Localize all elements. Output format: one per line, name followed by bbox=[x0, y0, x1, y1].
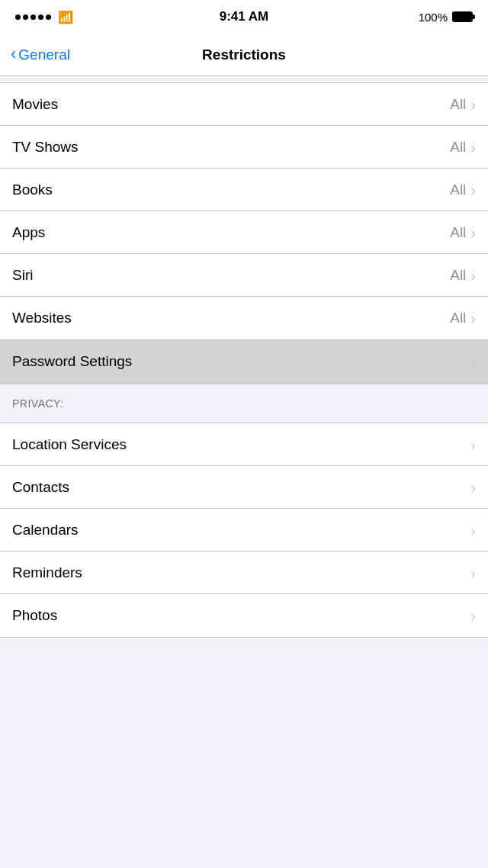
item-right-tvshows: All › bbox=[450, 139, 476, 156]
chevron-right-apps: › bbox=[470, 225, 476, 240]
item-label-movies: Movies bbox=[12, 96, 58, 113]
signal-dot-4 bbox=[38, 14, 43, 20]
chevron-right-photos: › bbox=[470, 608, 476, 623]
item-right-password-settings: › bbox=[470, 354, 476, 369]
back-chevron-icon: ‹ bbox=[11, 46, 16, 63]
item-label-calendars: Calendars bbox=[12, 522, 79, 538]
status-bar: 📶 9:41 AM 100% bbox=[0, 0, 488, 34]
item-label-books: Books bbox=[12, 182, 53, 198]
list-item-siri[interactable]: Siri All › bbox=[0, 254, 488, 297]
chevron-right-books: › bbox=[470, 182, 476, 198]
item-right-photos: › bbox=[470, 608, 476, 623]
chevron-right-calendars: › bbox=[470, 522, 476, 538]
battery-icon bbox=[452, 11, 473, 22]
privacy-section-header: PRIVACY: bbox=[0, 384, 488, 423]
signal-dot-1 bbox=[15, 14, 21, 20]
item-label-location-services: Location Services bbox=[12, 436, 127, 453]
status-right: 100% bbox=[419, 11, 473, 24]
item-right-websites: All › bbox=[450, 310, 476, 326]
item-right-siri: All › bbox=[450, 267, 476, 284]
item-label-password-settings: Password Settings bbox=[12, 353, 132, 370]
item-value-apps: All bbox=[450, 224, 466, 241]
chevron-right-password-settings: › bbox=[470, 354, 476, 369]
list-item-books[interactable]: Books All › bbox=[0, 169, 488, 211]
list-item-contacts[interactable]: Contacts › bbox=[0, 466, 488, 509]
chevron-right-contacts: › bbox=[470, 480, 476, 495]
item-label-photos: Photos bbox=[12, 607, 57, 624]
signal-dot-2 bbox=[23, 14, 28, 20]
item-right-calendars: › bbox=[470, 522, 476, 538]
nav-bar: ‹ General Restrictions bbox=[0, 34, 488, 76]
list-item-photos[interactable]: Photos › bbox=[0, 594, 488, 637]
item-value-tvshows: All bbox=[450, 139, 466, 156]
chevron-right-reminders: › bbox=[470, 565, 476, 580]
chevron-right-siri: › bbox=[470, 268, 476, 283]
list-item-location-services[interactable]: Location Services › bbox=[0, 423, 488, 466]
signal-dot-3 bbox=[30, 14, 36, 20]
item-value-movies: All bbox=[450, 96, 466, 113]
list-item-reminders[interactable]: Reminders › bbox=[0, 551, 488, 594]
battery-percent: 100% bbox=[419, 11, 448, 24]
list-item-calendars[interactable]: Calendars › bbox=[0, 509, 488, 551]
nav-back-label[interactable]: General bbox=[18, 47, 70, 63]
signal-dot-5 bbox=[46, 14, 51, 20]
ratings-section: Movies All › TV Shows All › Books All › … bbox=[0, 82, 488, 340]
list-item-tvshows[interactable]: TV Shows All › bbox=[0, 126, 488, 169]
item-right-location-services: › bbox=[470, 437, 476, 452]
item-label-reminders: Reminders bbox=[12, 564, 82, 581]
battery-fill bbox=[454, 13, 471, 21]
item-right-books: All › bbox=[450, 182, 476, 198]
item-right-reminders: › bbox=[470, 565, 476, 580]
chevron-right-location-services: › bbox=[470, 437, 476, 452]
page-title: Restrictions bbox=[202, 47, 286, 63]
item-value-books: All bbox=[450, 182, 466, 198]
item-value-siri: All bbox=[450, 267, 466, 284]
privacy-section: Location Services › Contacts › Calendars… bbox=[0, 423, 488, 638]
item-right-contacts: › bbox=[470, 480, 476, 495]
item-value-websites: All bbox=[450, 310, 466, 326]
item-label-websites: Websites bbox=[12, 310, 72, 326]
wifi-icon: 📶 bbox=[58, 10, 73, 24]
privacy-header-label: PRIVACY: bbox=[12, 397, 64, 410]
signal-strength bbox=[15, 14, 51, 20]
item-label-contacts: Contacts bbox=[12, 479, 69, 496]
chevron-right-websites: › bbox=[470, 310, 476, 326]
item-label-tvshows: TV Shows bbox=[12, 139, 79, 156]
status-left: 📶 bbox=[15, 10, 73, 24]
list-item-password-settings[interactable]: Password Settings › bbox=[0, 340, 488, 383]
password-section: Password Settings › bbox=[0, 340, 488, 384]
chevron-right-tvshows: › bbox=[470, 140, 476, 155]
item-right-apps: All › bbox=[450, 224, 476, 241]
list-item-apps[interactable]: Apps All › bbox=[0, 211, 488, 254]
item-label-apps: Apps bbox=[12, 224, 45, 241]
status-time: 9:41 AM bbox=[220, 9, 269, 24]
nav-back-button[interactable]: ‹ General bbox=[11, 47, 70, 63]
list-item-websites[interactable]: Websites All › bbox=[0, 297, 488, 339]
list-item-movies[interactable]: Movies All › bbox=[0, 83, 488, 126]
top-spacer bbox=[0, 76, 488, 82]
item-right-movies: All › bbox=[450, 96, 476, 113]
item-label-siri: Siri bbox=[12, 267, 33, 284]
chevron-right-movies: › bbox=[470, 97, 476, 112]
